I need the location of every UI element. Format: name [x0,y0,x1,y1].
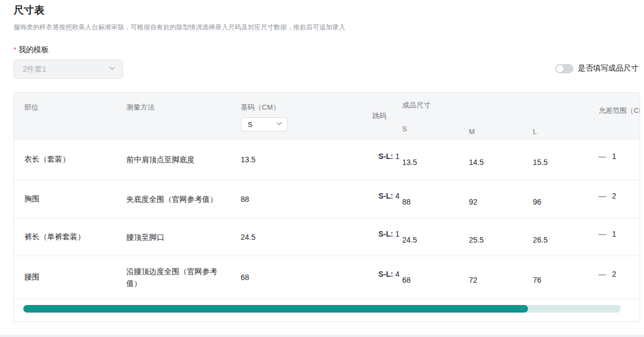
cell-part: 腰围 [24,256,126,298]
jump-value: 4 [395,270,400,278]
template-field-label-text: 我的模板 [18,45,49,54]
table-row: 衣长（套装） 前中肩顶点至脚底度 13.5 S-L: 1 13.5 14.5 1… [14,139,640,180]
minus-dash-icon: — [598,152,606,161]
table-row: 裤长（单裤套装） 腰顶至脚口 24.5 S-L: 1 24.5 25.5 26.… [14,218,640,256]
header-jump: 跳码 [358,93,402,139]
jump-value: 1 [395,152,400,161]
tolerance-value: 1 [612,152,616,161]
cell-size-l: 15.5 [533,142,596,182]
cell-size-m: 14.5 [469,142,533,182]
cell-size-l: 26.5 [533,221,596,258]
cell-size-s: 24.5 [402,221,469,258]
cell-size-m: 25.5 [469,221,533,258]
header-base-size-label: 基码（CM） [241,103,280,111]
cell-size-m: 92 [469,183,533,220]
header-size-l: L [533,93,596,139]
tolerance-value: 2 [612,192,616,200]
tolerance-value: 1 [612,230,616,238]
cell-base-value: 88 [241,180,358,218]
finished-size-toggle[interactable] [555,64,574,73]
jump-range: S-L: [378,230,393,238]
header-size-s: S [402,125,469,133]
cell-jump: S-L: 4 [358,253,402,295]
header-size-m: M [469,93,533,139]
finished-size-toggle-row: 是否填写成品尺寸 [555,63,639,73]
jump-value: 1 [395,230,400,238]
jump-range: S-L: [378,152,393,161]
jump-range: S-L: [378,270,393,278]
page-title: 尺寸表 [14,3,44,17]
page-subtitle: 服饰类的样衣将按照欧美人台标准审版，可根据自有款的版型情况选择录入尺码及对应尺寸… [14,23,345,32]
minus-dash-icon: — [598,192,606,200]
cell-tolerance: — 2 [596,253,640,295]
cell-part: 衣长（套装） [24,139,126,180]
table-header-row: 部位 测量方法 基码（CM） S 跳码 成品尺寸 S M L 允差范围（CM） [14,93,640,139]
size-table-panel: 部位 测量方法 基码（CM） S 跳码 成品尺寸 S M L 允差范围（CM） [14,92,640,322]
jump-value: 4 [395,192,400,200]
cell-method: 前中肩顶点至脚底度 [126,139,241,180]
cell-size-s: 68 [402,259,469,301]
table-row: 胸围 夹底度全围（官网参考值） 88 S-L: 4 88 92 96 — 2 [14,180,640,218]
cell-size-l: 96 [533,183,596,220]
template-select-value: 2件套1 [23,65,108,74]
cell-size-s: 13.5 [402,142,469,182]
cell-tolerance: — 1 [596,215,640,252]
cell-method: 夹底度全围（官网参考值） [126,180,241,218]
cell-method: 沿腰顶边度全围（官网参考值） [126,256,241,298]
template-select[interactable]: 2件套1 [14,60,123,79]
cell-size-m: 72 [469,259,533,301]
cell-base-value: 24.5 [241,218,358,256]
horizontal-scrollbar-thumb[interactable] [23,305,528,313]
chevron-down-icon [108,65,116,74]
chevron-down-icon [275,120,283,129]
horizontal-scrollbar-track[interactable] [23,305,621,313]
required-asterisk: * [14,46,16,54]
cell-jump: S-L: 1 [358,136,402,176]
header-part: 部位 [24,93,126,139]
finished-size-toggle-label: 是否填写成品尺寸 [578,63,639,73]
header-finished-label: 成品尺寸 [402,101,430,109]
jump-range: S-L: [378,192,393,200]
table-row: 腰围 沿腰顶边度全围（官网参考值） 68 S-L: 4 68 72 76 — 2 [14,256,640,299]
cell-base-value: 68 [241,256,358,298]
cell-tolerance: — 2 [596,177,640,214]
base-size-select[interactable]: S [241,117,288,131]
page-bottom-edge [0,335,644,337]
cell-jump: S-L: 1 [358,215,402,252]
base-size-select-value: S [248,120,275,129]
tolerance-value: 2 [612,270,616,278]
header-finished: 成品尺寸 S [402,93,469,139]
cell-tolerance: — 1 [596,136,640,176]
header-method: 测量方法 [126,93,241,139]
header-base-size: 基码（CM） S [241,93,358,139]
minus-dash-icon: — [598,270,606,278]
cell-size-s: 88 [402,183,469,220]
size-table: 部位 测量方法 基码（CM） S 跳码 成品尺寸 S M L 允差范围（CM） [14,93,640,299]
cell-part: 胸围 [24,180,126,218]
cell-jump: S-L: 4 [358,177,402,214]
template-field-label: *我的模板 [14,45,49,55]
cell-method: 腰顶至脚口 [126,218,241,256]
cell-base-value: 13.5 [241,139,358,180]
toggle-knob [556,65,563,72]
header-tolerance: 允差范围（CM） [596,93,640,139]
minus-dash-icon: — [598,230,606,238]
cell-part: 裤长（单裤套装） [24,218,126,256]
cell-size-l: 76 [533,259,596,301]
